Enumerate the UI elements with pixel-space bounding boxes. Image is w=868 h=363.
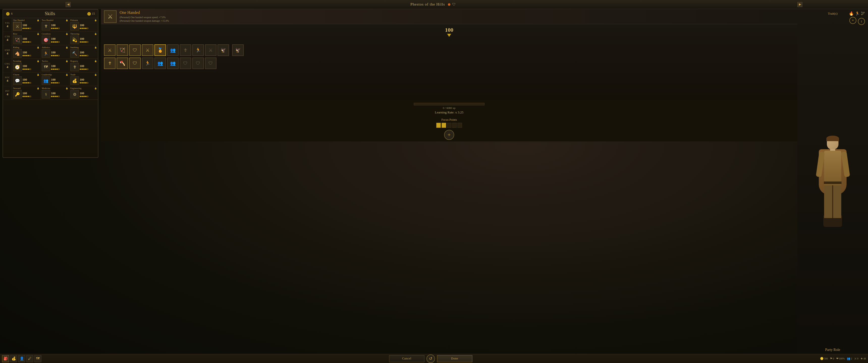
- perk-node-row1-1[interactable]: 🏹: [117, 44, 128, 56]
- attr-label-INT: INT4: [3, 86, 12, 100]
- skill-cell-one-handed[interactable]: One Handed🔒⚔100: [12, 18, 41, 32]
- skill-icon-medicine: ⚕: [42, 90, 50, 99]
- skill-detail-name: One Handed: [120, 10, 434, 15]
- skill-cell-trade[interactable]: Trade🔒💰100: [69, 73, 98, 86]
- skill-cell-leadership[interactable]: Leadership🔒👥100: [41, 73, 69, 86]
- skill-tree-area: 100 ⚔🏹🛡⚔🏅👥🗡🏃⚔🦅🦅 ✝🪓🛡🏃👥👥🛡🛡🛡: [101, 24, 434, 100]
- skill-cell-roguery[interactable]: Roguery🔒🗡100: [69, 59, 98, 72]
- skill-icon-polearm: 🔱: [70, 22, 79, 31]
- perk-node-row1-4[interactable]: 🏅: [154, 44, 166, 56]
- perk-node-row2-8[interactable]: 🛡: [205, 58, 217, 69]
- points-available-value: 15: [92, 12, 95, 15]
- skill-icon-bow: 🏹: [13, 36, 22, 44]
- skill-cell-steward[interactable]: Steward🔒🔑100: [12, 86, 41, 100]
- perk-row-2: ✝🪓🛡🏃👥👥🛡🛡🛡: [104, 58, 434, 69]
- perk-node-row1-3[interactable]: ⚔: [142, 44, 153, 56]
- skill-icon-trade: 💰: [70, 76, 79, 85]
- perk-node-row2-1[interactable]: 🪓: [117, 58, 128, 69]
- skill-icon-roguery: 🗡: [70, 63, 79, 71]
- perk-node-extra[interactable]: 🦅: [232, 44, 244, 56]
- skills-points-available: ○ 15: [87, 12, 95, 15]
- attr-row-INT: INT4Steward🔒🔑100Medicine🔒⚕100Engineering…: [3, 86, 98, 100]
- attr-row-VIG: VIG4One Handed🔒⚔100Two Handed🔒🗡100Polear…: [3, 18, 98, 32]
- skill-cell-athletics[interactable]: Athletics🔒🏃100: [41, 45, 69, 59]
- skills-grid-CTR: Bow🔒🏹100Crossbow🔒🎯100Throwing🔒💫100: [12, 32, 98, 45]
- skill-icon-steward: 🔑: [13, 90, 22, 99]
- nav-left-button[interactable]: ◀: [66, 2, 71, 7]
- skill-cell-charm[interactable]: Charm🔒💬100: [12, 73, 41, 86]
- skill-cell-tactics[interactable]: Tactics🔒🗺100: [41, 59, 69, 72]
- attr-label-SOC: SOC4: [3, 73, 12, 86]
- skills-panel: ○ 6 Skills ○ 15 VIG4One Handed🔒⚔100Two H…: [2, 9, 98, 158]
- skill-detail-header: ⚔ One Handed (Personal) One handed weapo…: [101, 9, 434, 24]
- top-bar: ◀ Phestos of the Hills 🛡 ▶: [0, 0, 434, 9]
- skills-grid-VIG: One Handed🔒⚔100Two Handed🔒🗡100Polearm🔒🔱1…: [12, 18, 98, 32]
- perk-node-row1-9[interactable]: 🦅: [217, 44, 229, 56]
- skill-icon-two-handed: 🗡: [42, 22, 50, 31]
- skills-points-spent: ○ 6: [6, 12, 12, 15]
- skill-cell-bow[interactable]: Bow🔒🏹100: [12, 32, 41, 45]
- coin-icon-right: ○: [87, 12, 91, 15]
- skills-title: Skills: [12, 11, 87, 16]
- skill-icon-leadership: 👥: [42, 76, 50, 85]
- skill-cell-riding[interactable]: Riding🔒🐴100: [12, 45, 41, 59]
- skill-cell-smithing[interactable]: Smithing🔒🔨100: [69, 45, 98, 59]
- perk-node-row1-2[interactable]: 🛡: [129, 44, 141, 56]
- focus-section: Focus Points +: [101, 117, 434, 141]
- perk-node-row2-6[interactable]: 🛡: [180, 58, 191, 69]
- coin-icon-left: ○: [6, 12, 9, 15]
- skill-detail-icon: ⚔: [104, 10, 117, 23]
- perk-node-row1-6[interactable]: 🗡: [180, 44, 191, 56]
- nav-left-group: ◀: [66, 2, 71, 7]
- skill-icon-engineering: ⚙: [70, 90, 79, 99]
- skill-icon-throwing: 💫: [70, 36, 79, 44]
- perk-node-row1-7[interactable]: 🏃: [192, 44, 204, 56]
- character-name: Phestos of the Hills: [410, 2, 434, 6]
- skill-cell-two-handed[interactable]: Two Handed🔒🗡100: [41, 18, 69, 32]
- main-content: ⚔ One Handed (Personal) One handed weapo…: [101, 9, 434, 182]
- xp-progress-bar: [414, 103, 434, 105]
- perk-grid: ⚔🏹🛡⚔🏅👥🗡🏃⚔🦅🦅 ✝🪓🛡🏃👥👥🛡🛡🛡: [104, 44, 434, 69]
- perk-node-row2-0[interactable]: ✝: [104, 58, 116, 69]
- perk-node-row2-2[interactable]: 🛡: [129, 58, 141, 69]
- skills-grid-END: Riding🔒🐴100Athletics🔒🏃100Smithing🔒🔨100: [12, 45, 98, 59]
- attr-row-CTR: CTR4Bow🔒🏹100Crossbow🔒🎯100Throwing🔒💫100: [3, 32, 98, 45]
- attr-row-END: END4Riding🔒🐴100Athletics🔒🏃100Smithing🔒🔨1…: [3, 45, 98, 59]
- attr-row-CNG: CNG4Scouting🔒🧭100Tactics🔒🗺100Roguery🔒🗡10…: [3, 59, 98, 73]
- attr-label-END: END4: [3, 45, 12, 59]
- skill-icon-tactics: 🗺: [42, 63, 50, 71]
- skill-cell-scouting[interactable]: Scouting🔒🧭100: [12, 59, 41, 72]
- skill-cell-medicine[interactable]: Medicine🔒⚕100: [41, 86, 69, 100]
- skill-cell-crossbow[interactable]: Crossbow🔒🎯100: [41, 32, 69, 45]
- perk-node-row2-4[interactable]: 👥: [154, 58, 166, 69]
- skill-cell-throwing[interactable]: Throwing🔒💫100: [69, 32, 98, 45]
- skills-grid-SOC: Charm🔒💬100Leadership🔒👥100Trade🔒💰100: [12, 73, 98, 86]
- skill-cell-polearm[interactable]: Polearm🔒🔱100: [69, 18, 98, 32]
- skills-grid-CNG: Scouting🔒🧭100Tactics🔒🗺100Roguery🔒🗡100: [12, 59, 98, 72]
- skill-cell-engineering[interactable]: Engineering🔒⚙100: [69, 86, 98, 100]
- skill-detail-desc-line2: (Personal) One handed weapon damage: +15…: [120, 19, 434, 23]
- perk-node-row1-5[interactable]: 👥: [167, 44, 179, 56]
- attr-label-CTR: CTR4: [3, 32, 12, 45]
- skill-icon-crossbow: 🎯: [42, 36, 50, 44]
- attr-label-CNG: CNG4: [3, 59, 12, 72]
- skill-detail-info: One Handed (Personal) One handed weapon …: [120, 10, 434, 23]
- attributes-section: VIG4One Handed🔒⚔100Two Handed🔒🗡100Polear…: [3, 18, 98, 100]
- perk-node-row1-8[interactable]: ⚔: [205, 44, 217, 56]
- skills-grid-INT: Steward🔒🔑100Medicine🔒⚕100Engineering🔒⚙10…: [12, 86, 98, 100]
- perk-node-row1-0[interactable]: ⚔: [104, 44, 116, 56]
- skill-icon-athletics: 🏃: [42, 49, 50, 58]
- skill-icon-smithing: 🔨: [70, 49, 79, 58]
- skill-icon-charm: 💬: [13, 76, 22, 85]
- skill-icon-riding: 🐴: [13, 49, 22, 58]
- attr-label-VIG: VIG4: [3, 18, 12, 32]
- attr-row-SOC: SOC4Charm🔒💬100Leadership🔒👥100Trade🔒💰100: [3, 73, 98, 86]
- perk-node-row2-7[interactable]: 🛡: [192, 58, 204, 69]
- perk-node-row2-3[interactable]: 🏃: [142, 58, 153, 69]
- perk-node-row2-5[interactable]: 👥: [167, 58, 179, 69]
- skill-icon-one-handed: ⚔: [13, 22, 22, 31]
- skill-detail-desc-line1: (Personal) One handed weapon speed: +7.0…: [120, 15, 434, 19]
- skill-icon-scouting: 🧭: [13, 63, 22, 71]
- skills-header: ○ 6 Skills ○ 15: [3, 9, 98, 18]
- xp-bar-section: 0 / 6080 xp Learning Rate: x 3.25: [101, 100, 434, 117]
